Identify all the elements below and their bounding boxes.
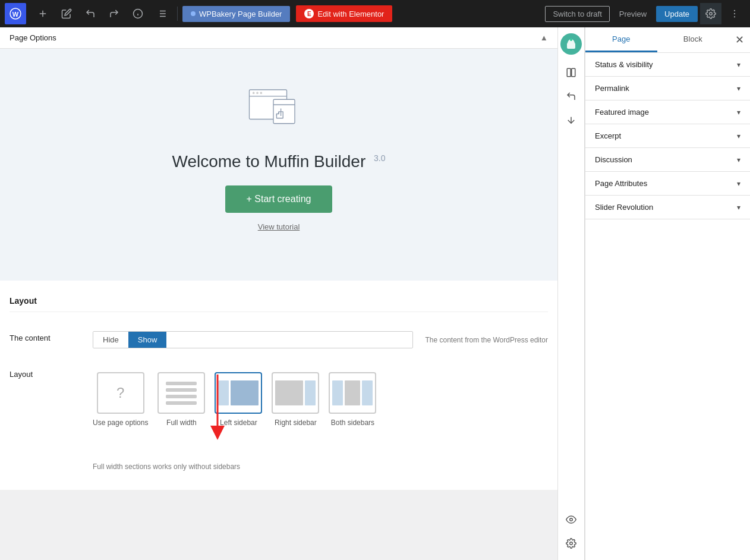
layout-options-group: ? Use page options — [93, 372, 376, 427]
sidebar-icon-strip — [557, 27, 585, 560]
layout-option-label-both-sidebars: Both sidebars — [331, 419, 374, 427]
sidebar-section-slider-revolution[interactable]: Slider Revolution ▾ — [585, 196, 750, 219]
tab-page[interactable]: Page — [585, 27, 657, 52]
svg-text:W: W — [12, 11, 19, 18]
sidebar-section-page-attributes[interactable]: Page Attributes ▾ — [585, 172, 750, 196]
svg-point-16 — [734, 16, 735, 17]
eye-icon — [566, 514, 576, 525]
editor-area: Page Options ▲ — [0, 27, 557, 560]
redo-icon — [109, 8, 119, 19]
sidebar-close-button[interactable]: ✕ — [729, 29, 750, 51]
layout-option-card-left-sidebar — [215, 372, 262, 414]
svg-point-13 — [710, 12, 713, 15]
gear-sidebar-icon — [566, 538, 576, 549]
featured-image-chevron-icon: ▾ — [737, 108, 740, 117]
excerpt-label: Excerpt — [595, 131, 621, 140]
layout-field-row: Layout ? Use page options — [10, 358, 548, 480]
layout-option-both-sidebars[interactable]: Both sidebars — [329, 372, 376, 427]
muffin-logo[interactable] — [560, 33, 582, 55]
elementor-icon: E — [304, 9, 314, 18]
layout-option-full-width[interactable]: Full width — [157, 372, 205, 427]
sidebar-section-excerpt[interactable]: Excerpt ▾ — [585, 124, 750, 148]
more-options-button[interactable] — [724, 3, 745, 24]
layout-option-card-right-sidebar — [272, 372, 319, 414]
builder-title: Welcome to Muffin Builder 3.0 — [172, 152, 385, 171]
layout-field-label: Layout — [10, 367, 81, 379]
redo-button[interactable] — [103, 3, 125, 24]
sort-button[interactable] — [560, 109, 582, 131]
start-creating-button[interactable]: + Start creating — [225, 185, 333, 213]
wpbakery-label: WPBakery Page Builder — [199, 10, 282, 18]
update-button[interactable]: Update — [656, 6, 698, 22]
svg-point-19 — [253, 92, 255, 95]
permalink-chevron-icon: ▾ — [737, 84, 740, 93]
info-icon — [133, 8, 143, 19]
sidebar-section-status[interactable]: Status & visibility ▾ — [585, 53, 750, 77]
pencil-icon — [61, 8, 72, 19]
sidebar-section-featured-image[interactable]: Featured image ▾ — [585, 100, 750, 124]
discussion-label: Discussion — [595, 155, 632, 164]
switch-draft-button[interactable]: Switch to draft — [545, 6, 609, 22]
left-sidebar-icon — [216, 378, 261, 408]
gear-sidebar-button[interactable] — [560, 533, 582, 554]
more-vertical-icon — [729, 8, 740, 19]
full-width-lines-icon — [166, 382, 197, 405]
svg-point-27 — [570, 39, 572, 41]
svg-rect-26 — [567, 43, 575, 49]
main-layout: Page Options ▲ — [0, 27, 750, 560]
page-options-collapse-button[interactable]: ▲ — [540, 33, 548, 42]
svg-point-31 — [570, 518, 573, 521]
page-options-title: Page Options — [10, 33, 56, 42]
featured-image-label: Featured image — [595, 108, 649, 117]
layout-option-label-use-page-options: Use page options — [93, 419, 148, 427]
hide-content-button[interactable]: Hide — [93, 332, 128, 348]
layout-option-right-sidebar[interactable]: Right sidebar — [272, 372, 319, 427]
undo-button[interactable] — [80, 3, 101, 24]
sidebar-section-discussion[interactable]: Discussion ▾ — [585, 148, 750, 172]
status-chevron-icon: ▾ — [737, 61, 740, 69]
toolbar-divider-1 — [177, 7, 178, 21]
tab-block[interactable]: Block — [657, 27, 729, 52]
preview-button[interactable]: Preview — [612, 7, 654, 21]
start-creating-label: + Start creating — [247, 194, 311, 205]
builder-icon — [243, 84, 314, 140]
page-attributes-label: Page Attributes — [595, 179, 647, 188]
update-label: Update — [664, 10, 689, 18]
view-tutorial-link[interactable]: View tutorial — [258, 222, 300, 231]
slider-revolution-label: Slider Revolution — [595, 203, 653, 212]
discussion-chevron-icon: ▾ — [737, 156, 740, 164]
permalink-label: Permalink — [595, 84, 629, 93]
undo-icon — [85, 8, 96, 19]
layout-option-left-sidebar[interactable]: Left sidebar — [215, 372, 262, 427]
eye-button[interactable] — [560, 509, 582, 530]
wpbakery-button[interactable]: WPBakery Page Builder — [182, 6, 290, 22]
show-content-button[interactable]: Show — [128, 332, 167, 348]
svg-point-14 — [734, 10, 735, 11]
add-block-button[interactable] — [32, 3, 53, 24]
wp-logo-icon: W — [10, 8, 21, 20]
sidebar-section-permalink[interactable]: Permalink ▾ — [585, 77, 750, 100]
layout-option-label-right-sidebar: Right sidebar — [275, 419, 317, 427]
columns-button[interactable] — [560, 62, 582, 83]
content-toggle-group: Hide Show — [93, 331, 413, 348]
right-sidebar-icon — [273, 378, 318, 408]
page-attributes-chevron-icon: ▾ — [737, 180, 740, 188]
settings-button[interactable] — [700, 3, 721, 24]
elementor-button[interactable]: E Edit with Elementor — [296, 5, 392, 22]
tools-button[interactable] — [56, 3, 77, 24]
layout-section-title: Layout — [10, 290, 548, 312]
svg-rect-22 — [273, 99, 295, 124]
svg-point-21 — [260, 92, 263, 95]
info-button[interactable] — [127, 3, 149, 24]
both-sidebars-icon — [330, 378, 375, 408]
undo-sidebar-button[interactable] — [560, 86, 582, 107]
excerpt-chevron-icon: ▾ — [737, 132, 740, 140]
undo-sidebar-icon — [566, 91, 576, 102]
list-view-button[interactable] — [151, 3, 172, 24]
wp-logo[interactable]: W — [5, 3, 26, 24]
layout-option-card-use-page-options: ? — [97, 372, 144, 414]
layout-option-use-page-options[interactable]: ? Use page options — [93, 372, 148, 427]
page-options-bar: Page Options ▲ — [0, 27, 557, 49]
main-toolbar: W WPBakery Page Builder E Edit with Elem… — [0, 0, 750, 27]
content-field-row: The content Hide Show The content from t… — [10, 322, 548, 358]
